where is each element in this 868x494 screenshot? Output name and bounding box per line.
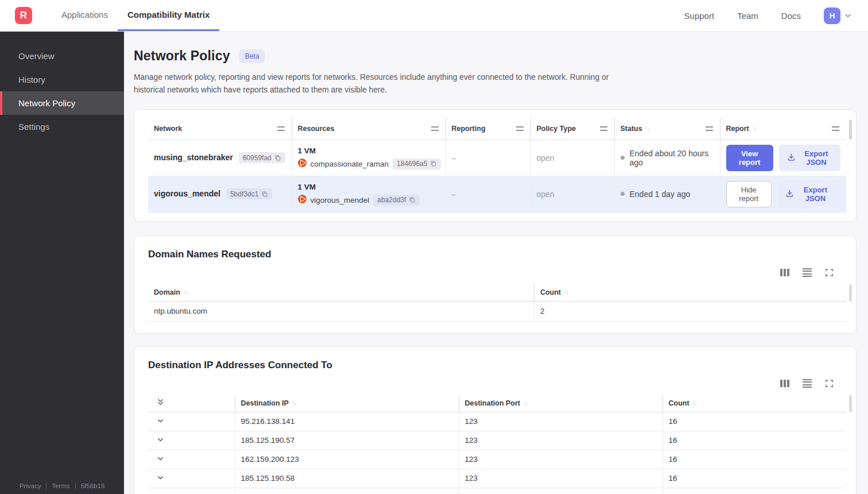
column-menu-icon[interactable] — [431, 126, 439, 131]
sidebar-item-network-policy[interactable]: Network Policy — [0, 91, 124, 115]
table-scrollbar[interactable] — [849, 284, 852, 302]
divider — [46, 483, 46, 489]
count-cell: 16 — [662, 469, 846, 488]
nav-tab-applications[interactable]: Applications — [52, 0, 118, 31]
column-header-destination-ip[interactable]: Destination IP↑↓ — [235, 395, 459, 412]
sidebar: Overview History Network Policy Settings… — [0, 32, 124, 494]
sidebar-footer: Privacy Terms 5f56b15 — [0, 483, 124, 489]
ip-row[interactable]: 185.125.190.57 123 16 — [148, 431, 846, 450]
ip-cell: 95.216.100.21 — [235, 488, 459, 494]
table-scrollbar[interactable] — [849, 395, 852, 412]
ips-table-header-row: Destination IP↑↓ Destination Port↑↓ Coun… — [148, 395, 846, 412]
sidebar-item-overview[interactable]: Overview — [0, 44, 124, 68]
ip-cell: 185.125.190.58 — [235, 469, 459, 488]
expand-icon[interactable] — [825, 379, 834, 388]
sidebar-item-settings[interactable]: Settings — [0, 115, 124, 138]
rows-density-icon[interactable] — [803, 268, 812, 277]
report-cell: View report Export JSON — [720, 140, 846, 176]
count-cell: 16 — [662, 450, 846, 469]
export-json-button[interactable]: Export JSON — [777, 181, 840, 207]
table-scrollbar[interactable] — [849, 120, 852, 140]
resources-cell: 1 VM vigorous_mendel aba2dd3f — [292, 176, 445, 212]
sort-icon[interactable]: ↑↓ — [645, 125, 650, 132]
network-id-badge: 60959fad — [239, 152, 285, 163]
copy-icon[interactable] — [274, 155, 281, 161]
column-menu-icon[interactable] — [516, 126, 524, 131]
download-icon — [785, 189, 794, 199]
column-header-policy-type[interactable]: Policy Type — [530, 118, 614, 140]
count-cell: 16 — [662, 431, 846, 450]
sort-icon[interactable]: ↑↓ — [564, 289, 568, 295]
ubuntu-icon — [298, 195, 307, 205]
row-chevron-down-icon[interactable] — [154, 436, 164, 443]
nav-link-docs[interactable]: Docs — [781, 11, 801, 21]
column-header-count[interactable]: Count↑↓ — [662, 395, 846, 412]
export-json-button[interactable]: Export JSON — [779, 145, 840, 171]
ip-row[interactable]: 185.125.190.58 123 16 — [148, 469, 846, 488]
copy-icon[interactable] — [409, 196, 416, 203]
copy-icon[interactable] — [261, 191, 268, 198]
row-chevron-down-icon[interactable] — [154, 455, 164, 462]
column-header-reporting[interactable]: Reporting — [445, 118, 530, 140]
column-menu-icon[interactable] — [706, 126, 713, 131]
status-dot-icon — [621, 156, 625, 160]
ip-row[interactable]: 95.216.100.21 123 16 — [148, 488, 846, 494]
sort-icon[interactable]: ↑↓ — [523, 400, 528, 406]
user-menu-chevron-down-icon[interactable] — [844, 11, 852, 20]
ip-row[interactable]: 162.159.200.123 123 16 — [148, 450, 846, 469]
network-row[interactable]: musing_stonebraker60959fad 1 VM compassi… — [148, 140, 846, 176]
view-report-button[interactable]: View report — [726, 145, 773, 171]
sort-icon[interactable]: ↑↓ — [292, 400, 296, 406]
ubuntu-icon — [298, 159, 307, 169]
domains-table: Domain↑↓ Count↑↓ ntp.ubuntu.com 2 — [148, 284, 846, 322]
expand-icon[interactable] — [825, 268, 834, 277]
status-cell: Ended 1 day ago — [614, 176, 720, 212]
count-cell: 2 — [534, 301, 846, 321]
column-header-report[interactable]: Report↑↓ — [720, 118, 846, 140]
sort-icon[interactable]: ↑↓ — [183, 289, 188, 295]
column-menu-icon[interactable] — [832, 126, 839, 131]
networks-card: Network Resources Reporting Policy Type … — [134, 109, 857, 222]
primary-tabs: Applications Compatibility Matrix — [52, 0, 219, 31]
nav-link-team[interactable]: Team — [737, 11, 758, 21]
port-cell: 123 — [459, 469, 662, 488]
domain-names-card: Domain Names Requested Domain↑↓ Count↑↓ … — [134, 236, 857, 334]
rows-density-icon[interactable] — [803, 379, 812, 388]
nav-link-support[interactable]: Support — [684, 11, 715, 21]
nav-tab-compatibility-matrix[interactable]: Compatibility Matrix — [118, 0, 219, 31]
hide-report-button[interactable]: Hide report — [726, 181, 772, 207]
networks-table-header-row: Network Resources Reporting Policy Type … — [148, 118, 846, 140]
sidebar-item-history[interactable]: History — [0, 68, 124, 91]
column-header-resources[interactable]: Resources — [292, 118, 445, 140]
expand-all-chevrons-icon[interactable] — [154, 397, 164, 407]
row-chevron-down-icon[interactable] — [154, 474, 164, 481]
column-menu-icon[interactable] — [277, 126, 285, 131]
copy-icon[interactable] — [430, 160, 437, 167]
columns-icon[interactable] — [780, 269, 789, 276]
sort-icon[interactable]: ↑↓ — [692, 400, 697, 406]
ip-cell: 95.216.138.141 — [235, 412, 459, 431]
app-logo[interactable]: R — [15, 7, 32, 24]
columns-icon[interactable] — [780, 380, 789, 387]
resource-name: vigorous_mendel — [311, 196, 370, 204]
count-cell: 16 — [662, 488, 846, 494]
column-header-destination-port[interactable]: Destination Port↑↓ — [459, 395, 662, 412]
terms-link[interactable]: Terms — [52, 483, 69, 489]
column-header-domain[interactable]: Domain↑↓ — [148, 284, 534, 301]
domain-row[interactable]: ntp.ubuntu.com 2 — [148, 301, 846, 321]
table-toolbar — [148, 379, 846, 388]
column-header-count[interactable]: Count↑↓ — [534, 284, 846, 301]
network-row[interactable]: vigorous_mendel5bdf3dc1 1 VM vigorous_me… — [148, 176, 846, 212]
reporting-cell: – — [445, 176, 530, 212]
report-cell: Hide report Export JSON — [720, 176, 846, 212]
privacy-link[interactable]: Privacy — [20, 483, 41, 489]
column-header-status[interactable]: Status↑↓ — [614, 118, 720, 140]
network-id-badge: 5bdf3dc1 — [226, 188, 272, 199]
page-title: Network Policy — [134, 48, 230, 64]
ip-row[interactable]: 95.216.138.141 123 16 — [148, 412, 846, 431]
column-header-network[interactable]: Network — [148, 118, 292, 140]
row-chevron-down-icon[interactable] — [154, 417, 164, 424]
column-menu-icon[interactable] — [600, 126, 607, 131]
sort-icon[interactable]: ↑↓ — [752, 125, 757, 132]
user-avatar[interactable]: H — [824, 7, 840, 24]
